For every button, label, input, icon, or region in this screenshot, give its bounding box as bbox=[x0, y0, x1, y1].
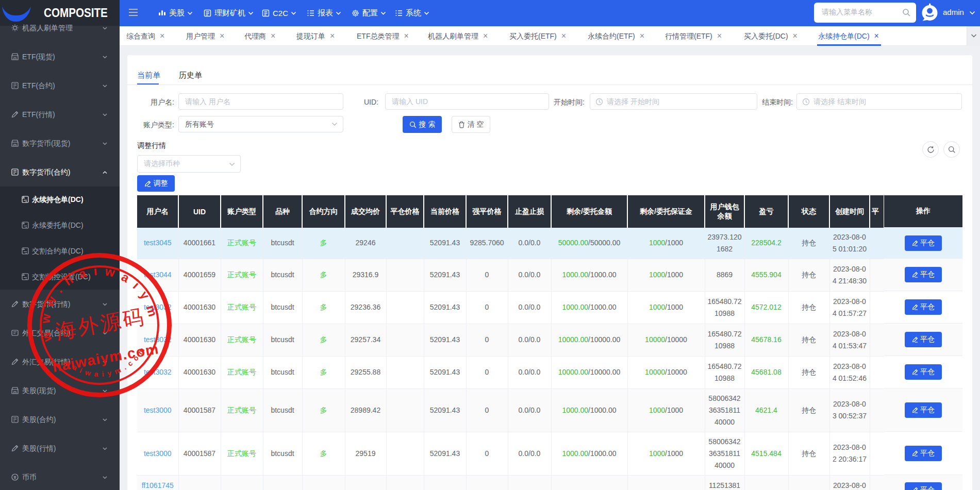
svg-text:海外源码: 海外源码 bbox=[54, 305, 145, 343]
svg-text:haiwaiym.com: haiwaiym.com bbox=[51, 341, 159, 375]
